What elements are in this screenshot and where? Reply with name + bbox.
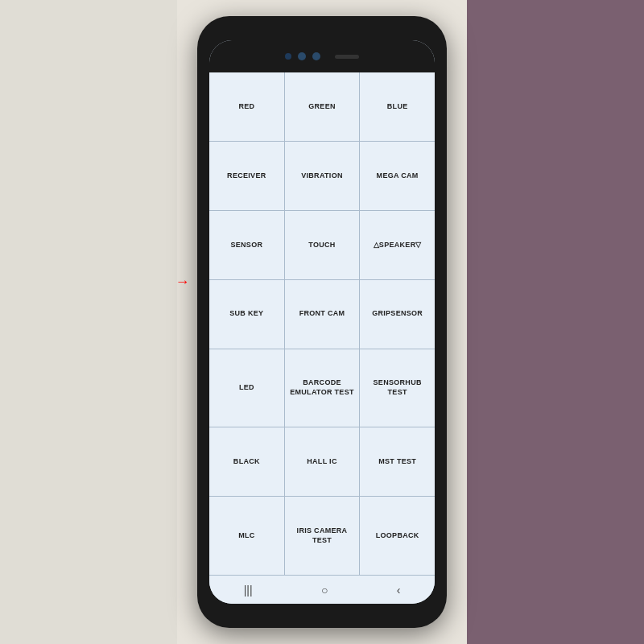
speaker-slot — [335, 55, 359, 59]
test-menu-grid: REDGREENBLUERECEIVERVIBRATIONMEGA CAMSEN… — [209, 72, 435, 575]
grid-cell-black[interactable]: BLACK — [209, 427, 284, 496]
red-arrow-indicator: ← — [175, 274, 190, 291]
phone-screen: REDGREENBLUERECEIVERVIBRATIONMEGA CAMSEN… — [209, 40, 435, 604]
background-right-material — [467, 0, 644, 644]
grid-cell-sensor[interactable]: SENSOR — [209, 211, 284, 279]
grid-cell-gripsensor[interactable]: GRIPSENSOR — [360, 280, 435, 349]
phone-top-bar — [209, 40, 435, 72]
home-button[interactable]: ○ — [321, 584, 328, 597]
grid-cell-green[interactable]: GREEN — [285, 72, 360, 141]
background-left-foam — [0, 0, 177, 644]
grid-cell-speaker[interactable]: △SPEAKER▽ — [360, 211, 435, 279]
phone-nav-bar: ||| ○ ‹ — [209, 575, 435, 604]
background: ← REDGREENBLUERECEIVERVIBRATIONMEGA CAMS… — [0, 0, 644, 644]
grid-cell-led[interactable]: LED — [209, 349, 284, 427]
grid-cell-iris-camera-test[interactable]: IRIS CAMERA TEST — [285, 497, 360, 575]
grid-cell-front-cam[interactable]: FRONT CAM — [285, 280, 360, 349]
grid-cell-mst-test[interactable]: MST TEST — [360, 427, 435, 496]
grid-cell-blue[interactable]: BLUE — [360, 72, 435, 141]
grid-cell-touch[interactable]: TOUCH — [285, 211, 360, 279]
grid-cell-mlc[interactable]: MLC — [209, 497, 284, 575]
grid-cell-sub-key[interactable]: SUB KEY — [209, 280, 284, 349]
camera-dot-2 — [298, 52, 306, 60]
recents-button[interactable]: ||| — [244, 584, 253, 597]
grid-cell-receiver[interactable]: RECEIVER — [209, 142, 284, 210]
grid-cell-mega-cam[interactable]: MEGA CAM — [360, 142, 435, 210]
grid-cell-sensorhub-test[interactable]: SENSORHUB TEST — [360, 349, 435, 427]
grid-cell-barcode-emulator-test[interactable]: BARCODE EMULATOR TEST — [285, 349, 360, 427]
grid-cell-vibration[interactable]: VIBRATION — [285, 142, 360, 210]
camera-dot-3 — [312, 52, 320, 60]
back-button[interactable]: ‹ — [397, 584, 401, 597]
grid-cell-red[interactable]: RED — [209, 72, 284, 141]
phone-chassis: REDGREENBLUERECEIVERVIBRATIONMEGA CAMSEN… — [197, 16, 447, 628]
grid-cell-loopback[interactable]: LOOPBACK — [360, 497, 435, 575]
grid-cell-hall-ic[interactable]: HALL IC — [285, 427, 360, 496]
camera-dot-1 — [285, 53, 291, 60]
